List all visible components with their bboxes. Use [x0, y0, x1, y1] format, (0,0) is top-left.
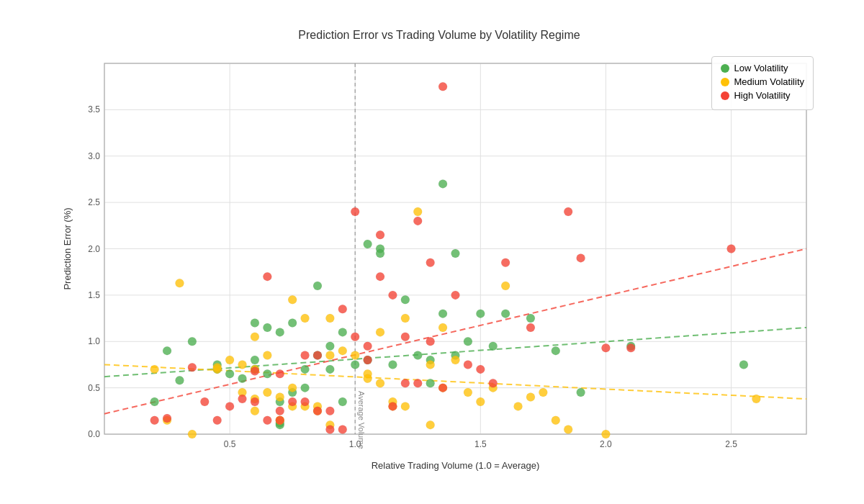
svg-point-64: [376, 249, 384, 258]
svg-point-102: [288, 295, 297, 304]
svg-point-34: [163, 346, 171, 355]
svg-point-43: [251, 319, 259, 328]
svg-point-109: [325, 351, 334, 360]
svg-point-66: [401, 295, 410, 304]
svg-text:1.0: 1.0: [88, 336, 100, 346]
svg-point-69: [426, 379, 435, 387]
svg-point-151: [276, 407, 284, 415]
svg-point-183: [564, 207, 572, 216]
svg-point-53: [301, 384, 310, 392]
legend-item-low: Low Volatility: [721, 63, 804, 73]
chart-area: 0.00.51.01.52.02.53.03.50.51.01.52.02.5A…: [58, 49, 821, 474]
svg-text:Prediction Error (%): Prediction Error (%): [62, 207, 73, 289]
svg-text:0.0: 0.0: [88, 429, 100, 439]
svg-point-126: [451, 356, 460, 364]
svg-point-171: [413, 217, 422, 225]
svg-point-121: [413, 207, 422, 216]
svg-point-54: [313, 282, 322, 290]
svg-point-75: [476, 310, 485, 318]
svg-point-105: [301, 314, 310, 323]
svg-point-158: [325, 426, 334, 434]
svg-point-165: [376, 230, 384, 239]
svg-point-88: [213, 363, 222, 372]
svg-point-111: [338, 346, 347, 355]
svg-point-150: [276, 416, 284, 425]
svg-point-142: [213, 416, 222, 425]
svg-point-39: [225, 369, 234, 378]
svg-point-42: [251, 356, 259, 364]
svg-point-137: [752, 395, 760, 403]
svg-text:3.0: 3.0: [88, 151, 100, 161]
svg-point-162: [351, 333, 359, 341]
svg-point-71: [438, 179, 447, 188]
svg-point-108: [325, 314, 334, 323]
svg-point-185: [601, 343, 610, 352]
svg-text:0.5: 0.5: [224, 439, 236, 449]
svg-point-178: [464, 360, 472, 369]
svg-point-76: [489, 342, 498, 351]
svg-point-123: [426, 420, 435, 429]
svg-point-167: [388, 291, 397, 300]
svg-point-164: [364, 356, 372, 364]
svg-point-175: [438, 82, 447, 91]
svg-point-132: [526, 393, 535, 402]
svg-point-172: [413, 379, 422, 387]
svg-point-83: [150, 365, 159, 374]
svg-point-169: [401, 333, 410, 341]
svg-point-36: [188, 337, 197, 346]
svg-point-128: [476, 397, 485, 406]
svg-point-182: [526, 323, 535, 332]
svg-point-60: [351, 360, 359, 369]
svg-point-133: [539, 388, 547, 397]
svg-point-59: [338, 397, 347, 406]
svg-point-180: [489, 379, 498, 387]
svg-point-82: [739, 360, 748, 369]
legend-box: Low Volatility Medium Volatility High Vo…: [711, 56, 814, 110]
svg-text:2.5: 2.5: [725, 439, 737, 449]
svg-point-49: [276, 328, 284, 336]
svg-point-96: [263, 351, 271, 360]
svg-point-33: [150, 397, 159, 406]
svg-text:1.5: 1.5: [474, 439, 487, 449]
svg-point-98: [276, 393, 284, 402]
legend-dot-high: [721, 91, 729, 100]
svg-point-157: [325, 407, 334, 415]
legend-label-low: Low Volatility: [734, 63, 788, 73]
svg-text:1.5: 1.5: [88, 290, 100, 300]
svg-point-184: [577, 253, 585, 262]
svg-point-145: [251, 366, 259, 375]
svg-point-70: [438, 310, 447, 318]
svg-point-86: [188, 430, 197, 438]
svg-point-138: [150, 416, 159, 425]
svg-point-166: [376, 272, 384, 281]
svg-point-161: [351, 207, 359, 216]
svg-point-154: [301, 397, 310, 406]
svg-point-35: [175, 376, 184, 384]
svg-point-101: [288, 384, 297, 392]
svg-point-119: [401, 314, 410, 323]
svg-point-186: [626, 343, 635, 352]
svg-point-146: [251, 397, 259, 406]
legend-dot-medium: [721, 78, 729, 86]
svg-point-67: [413, 351, 422, 360]
svg-point-94: [251, 333, 259, 341]
svg-point-187: [727, 245, 736, 253]
svg-point-160: [338, 426, 347, 434]
svg-point-44: [263, 323, 271, 332]
svg-point-135: [564, 426, 572, 434]
svg-point-177: [451, 291, 460, 300]
svg-point-124: [438, 323, 447, 332]
svg-point-122: [426, 360, 435, 369]
svg-point-144: [238, 395, 247, 403]
svg-point-147: [263, 272, 271, 281]
legend-item-high: High Volatility: [721, 90, 804, 101]
svg-text:2.5: 2.5: [88, 197, 100, 207]
svg-point-61: [364, 240, 372, 248]
svg-point-168: [388, 402, 397, 410]
svg-point-89: [225, 356, 234, 364]
legend-item-medium: Medium Volatility: [721, 76, 804, 87]
svg-point-130: [501, 282, 510, 290]
svg-point-181: [501, 258, 510, 267]
svg-point-156: [313, 407, 322, 415]
svg-text:Relative Trading Volume (1.0 =: Relative Trading Volume (1.0 = Average): [372, 460, 540, 471]
